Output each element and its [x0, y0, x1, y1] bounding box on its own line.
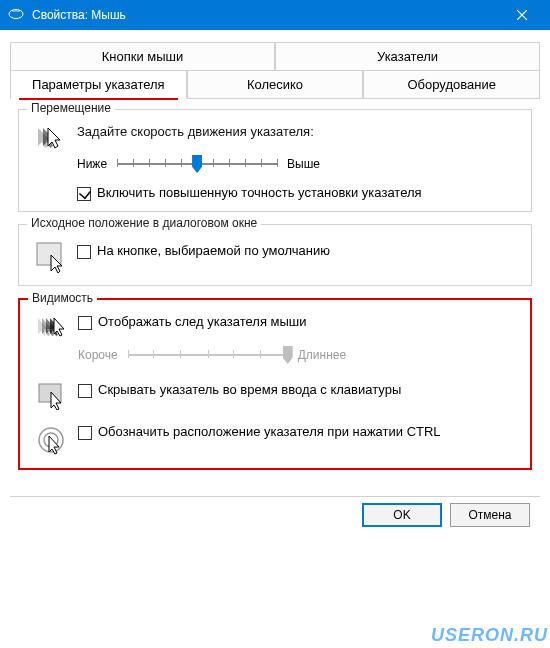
group-motion-legend: Перемещение — [27, 101, 115, 115]
hide-typing-icon — [30, 380, 78, 410]
ctrl-locate-icon — [30, 424, 78, 458]
cursor-speed-icon — [29, 124, 77, 156]
hide-typing-checkbox[interactable] — [78, 384, 92, 398]
dialog-buttons: OK Отмена — [10, 496, 540, 539]
tab-hardware[interactable]: Оборудование — [363, 71, 540, 99]
ok-button[interactable]: OK — [362, 503, 442, 527]
trails-checkbox[interactable] — [78, 316, 92, 330]
trails-icon — [30, 314, 78, 344]
group-snap-legend: Исходное положение в диалоговом окне — [27, 216, 261, 230]
slider-slow-label: Ниже — [77, 157, 107, 171]
speed-slider[interactable] — [117, 153, 277, 175]
cancel-button[interactable]: Отмена — [450, 503, 530, 527]
tab-buttons[interactable]: Кнопки мыши — [10, 42, 275, 70]
group-visibility-legend: Видимость — [28, 291, 97, 305]
close-icon[interactable] — [502, 0, 542, 30]
trails-short-label: Короче — [78, 348, 118, 362]
snap-label: На кнопке, выбираемой по умолчанию — [97, 243, 330, 258]
trails-long-label: Длиннее — [298, 348, 346, 362]
window-title: Свойства: Мышь — [32, 8, 502, 22]
trails-slider — [128, 344, 288, 366]
trails-label: Отображать след указателя мыши — [98, 314, 307, 329]
tab-wheel[interactable]: Колесико — [187, 71, 364, 99]
tabs-row-1: Кнопки мыши Указатели — [10, 42, 540, 71]
mouse-icon — [8, 8, 24, 23]
tabs-row-2: Параметры указателя Колесико Оборудовани… — [10, 71, 540, 99]
group-visibility: Видимость Отображать след указателя мыши — [18, 298, 532, 470]
watermark: USERON.RU — [431, 625, 548, 646]
snap-checkbox[interactable] — [77, 245, 91, 259]
group-snap: Исходное положение в диалоговом окне На … — [18, 224, 532, 286]
tab-content: Перемещение Задайте скорость движения ук… — [10, 99, 540, 492]
ctrl-locate-label: Обозначить расположение указателя при на… — [98, 424, 441, 439]
group-motion: Перемещение Задайте скорость движения ук… — [18, 109, 532, 212]
ctrl-locate-checkbox[interactable] — [78, 426, 92, 440]
slider-fast-label: Выше — [287, 157, 320, 171]
hide-typing-label: Скрывать указатель во время ввода с клав… — [98, 382, 401, 397]
tab-pointers[interactable]: Указатели — [275, 42, 540, 70]
enhance-precision-checkbox[interactable] — [77, 187, 91, 201]
titlebar: Свойства: Мышь — [0, 0, 550, 30]
speed-label: Задайте скорость движения указателя: — [77, 124, 521, 139]
enhance-precision-label: Включить повышенную точность установки у… — [97, 185, 422, 200]
snap-icon — [29, 239, 77, 275]
tab-pointer-options[interactable]: Параметры указателя — [10, 71, 187, 99]
